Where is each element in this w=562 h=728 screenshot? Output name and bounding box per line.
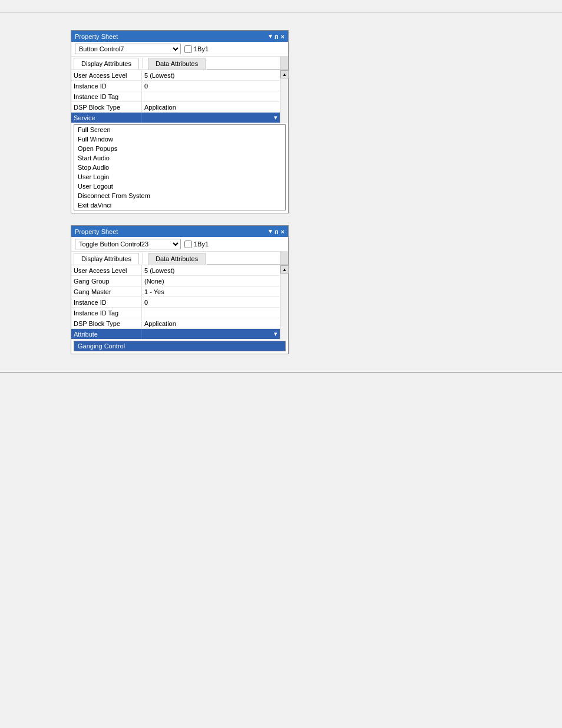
prop-value-2-dsp-block: Application bbox=[142, 318, 280, 328]
dock-button-2[interactable]: п bbox=[275, 228, 279, 235]
prop-row-gang-group: Gang Group (None) bbox=[71, 276, 280, 286]
prop-label-attribute: Attribute bbox=[71, 329, 142, 339]
scrollbar-1[interactable]: ▲ bbox=[280, 70, 288, 123]
dropdown-item-ganging-control[interactable]: Ganging Control bbox=[74, 341, 285, 351]
prop-label-dsp-block: DSP Block Type bbox=[71, 102, 142, 112]
scroll-up-1[interactable]: ▲ bbox=[280, 70, 289, 78]
dropdown-list-2: Ganging Control bbox=[74, 341, 286, 351]
dropdown-item-start-audio[interactable]: Start Audio bbox=[74, 153, 285, 163]
prop-label-instance-id-tag: Instance ID Tag bbox=[71, 91, 142, 101]
props-body-2: User Access Level 5 (Lowest) Gang Group … bbox=[71, 265, 288, 351]
prop-label-2-dsp-block: DSP Block Type bbox=[71, 318, 142, 328]
props-body-1: User Access Level 5 (Lowest) Instance ID… bbox=[71, 70, 288, 210]
page-wrapper: Property Sheet ▾ п × Button Control7 1By… bbox=[0, 0, 562, 728]
checkbox-2[interactable] bbox=[184, 241, 192, 248]
prop-label-2-instance-id-tag: Instance ID Tag bbox=[71, 308, 142, 318]
close-button-1[interactable]: × bbox=[281, 33, 285, 40]
prop-value-2-instance-id-tag bbox=[142, 308, 280, 318]
prop-value-gang-master: 1 - Yes bbox=[142, 286, 280, 297]
property-sheet-1: Property Sheet ▾ п × Button Control7 1By… bbox=[71, 30, 289, 213]
prop-row-2-user-access: User Access Level 5 (Lowest) bbox=[71, 265, 280, 276]
prop-value-user-access: 5 (Lowest) bbox=[142, 70, 280, 80]
service-dropdown-arrow[interactable]: ▾ bbox=[274, 114, 277, 121]
prop-row-2-instance-id-tag: Instance ID Tag bbox=[71, 308, 280, 318]
prop-label-gang-group: Gang Group bbox=[71, 276, 142, 286]
prop-value-2-user-access: 5 (Lowest) bbox=[142, 265, 280, 275]
prop-value-dsp-block: Application bbox=[142, 102, 280, 112]
titlebar-1: Property Sheet ▾ п × bbox=[71, 31, 288, 42]
prop-row-2-instance-id: Instance ID 0 bbox=[71, 297, 280, 308]
tabs-2: Display Attributes Data Attributes bbox=[71, 252, 288, 265]
pin-button-1[interactable]: ▾ bbox=[269, 32, 272, 40]
prop-label-gang-master: Gang Master bbox=[71, 286, 142, 297]
attribute-dropdown-arrow[interactable]: ▾ bbox=[274, 330, 277, 338]
attribute-value-with-arrow: ▾ bbox=[144, 330, 277, 338]
prop-row-dsp-block: DSP Block Type Application bbox=[71, 102, 280, 113]
scrollbar-2[interactable]: ▲ bbox=[280, 265, 288, 340]
dropdown-item-disconnect[interactable]: Disconnect From System bbox=[74, 191, 285, 200]
prop-row-attribute[interactable]: Attribute ▾ bbox=[71, 329, 280, 340]
property-sheet-2: Property Sheet ▾ п × Toggle Button Contr… bbox=[71, 225, 289, 354]
prop-label-2-instance-id: Instance ID bbox=[71, 297, 142, 307]
control-row-2: Toggle Button Control23 1By1 bbox=[71, 237, 288, 252]
prop-value-gang-group: (None) bbox=[142, 276, 280, 286]
tab-divider-2 bbox=[143, 253, 143, 263]
prop-value-service: ▾ bbox=[142, 113, 280, 123]
prop-row-service[interactable]: Service ▾ bbox=[71, 113, 280, 123]
prop-label-2-user-access: User Access Level bbox=[71, 265, 142, 275]
tab-divider-1 bbox=[143, 58, 143, 68]
scroll-up-2[interactable]: ▲ bbox=[280, 265, 289, 274]
checkbox-label-2: 1By1 bbox=[184, 241, 209, 248]
checkbox-label-1: 1By1 bbox=[184, 45, 209, 53]
prop-value-attribute: ▾ bbox=[142, 329, 280, 339]
titlebar-title-1: Property Sheet bbox=[75, 33, 118, 40]
dropdown-item-open-popups[interactable]: Open Popups bbox=[74, 144, 285, 153]
tabs-1: Display Attributes Data Attributes bbox=[71, 57, 288, 70]
dropdown-item-user-login[interactable]: User Login bbox=[74, 172, 285, 182]
titlebar-buttons-1: ▾ п × bbox=[269, 32, 285, 40]
dropdown-item-exit[interactable]: Exit daVinci bbox=[74, 200, 285, 210]
prop-row-2-dsp-block: DSP Block Type Application bbox=[71, 318, 280, 329]
control-select-1[interactable]: Button Control7 bbox=[75, 44, 181, 54]
control-select-2[interactable]: Toggle Button Control23 bbox=[75, 239, 181, 249]
tab-data-1[interactable]: Data Attributes bbox=[148, 58, 206, 70]
checkbox-1[interactable] bbox=[184, 45, 192, 53]
tab-data-2[interactable]: Data Attributes bbox=[148, 253, 206, 265]
prop-row-gang-master: Gang Master 1 - Yes bbox=[71, 286, 280, 297]
tab-display-1[interactable]: Display Attributes bbox=[74, 58, 139, 70]
top-rule bbox=[0, 12, 562, 12]
control-row-1: Button Control7 1By1 bbox=[71, 42, 288, 57]
prop-label-user-access: User Access Level bbox=[71, 70, 142, 80]
prop-value-instance-id-tag bbox=[142, 91, 280, 101]
dropdown-item-user-logout[interactable]: User Logout bbox=[74, 182, 285, 191]
tab-display-2[interactable]: Display Attributes bbox=[74, 253, 139, 265]
close-button-2[interactable]: × bbox=[281, 228, 285, 235]
prop-row-instance-id: Instance ID 0 bbox=[71, 81, 280, 91]
panels-area: Property Sheet ▾ п × Button Control7 1By… bbox=[0, 30, 289, 354]
bottom-rule bbox=[0, 372, 562, 373]
titlebar-title-2: Property Sheet bbox=[75, 228, 118, 235]
prop-label-instance-id: Instance ID bbox=[71, 81, 142, 91]
service-value-with-arrow: ▾ bbox=[144, 114, 277, 121]
prop-row-instance-id-tag: Instance ID Tag bbox=[71, 91, 280, 102]
dropdown-item-full-screen[interactable]: Full Screen bbox=[74, 125, 285, 134]
dock-button-1[interactable]: п bbox=[275, 33, 279, 40]
pin-button-2[interactable]: ▾ bbox=[269, 228, 272, 235]
titlebar-buttons-2: ▾ п × bbox=[269, 228, 285, 235]
prop-value-2-instance-id: 0 bbox=[142, 297, 280, 307]
props-list-1: User Access Level 5 (Lowest) Instance ID… bbox=[71, 70, 280, 123]
dropdown-item-stop-audio[interactable]: Stop Audio bbox=[74, 163, 285, 172]
dropdown-item-full-window[interactable]: Full Window bbox=[74, 134, 285, 144]
prop-label-service: Service bbox=[71, 113, 142, 123]
props-list-2: User Access Level 5 (Lowest) Gang Group … bbox=[71, 265, 280, 340]
prop-value-instance-id: 0 bbox=[142, 81, 280, 91]
titlebar-2: Property Sheet ▾ п × bbox=[71, 226, 288, 237]
dropdown-list-1: Full Screen Full Window Open Popups Star… bbox=[74, 124, 286, 210]
prop-row-user-access: User Access Level 5 (Lowest) bbox=[71, 70, 280, 81]
